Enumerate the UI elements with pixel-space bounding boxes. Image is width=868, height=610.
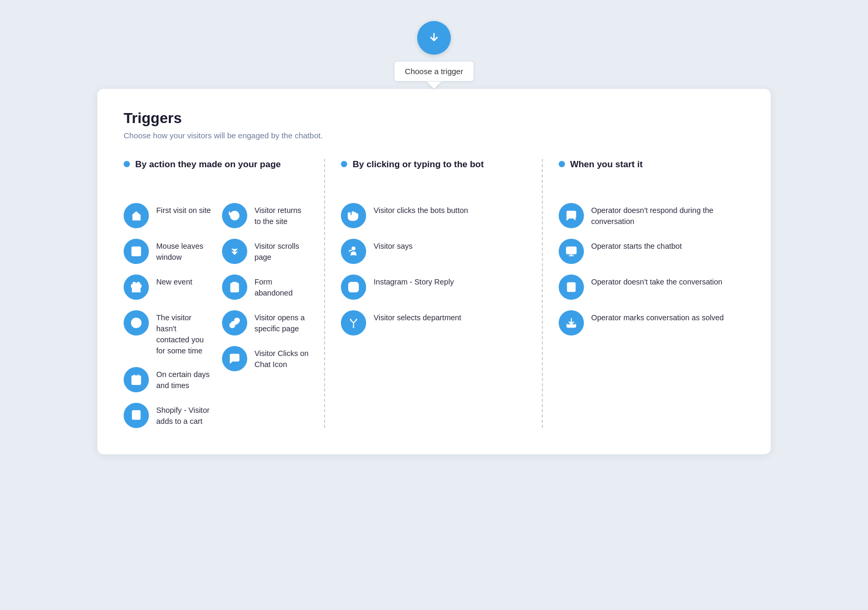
home-icon [130,210,142,221]
trigger-label-form-abandoned: Form abandoned [255,274,310,299]
triggers-panel: Triggers Choose how your visitors will b… [97,89,771,454]
svg-point-8 [134,418,136,419]
trigger-operator-marks-solved[interactable]: Operator marks conversation as solved [559,310,744,336]
svg-point-20 [353,327,355,328]
trigger-no-contact[interactable]: The visitor hasn't contacted you for som… [124,310,211,357]
choose-trigger-button[interactable]: Choose a trigger [394,61,475,82]
trigger-icon-calendar [124,367,149,392]
trigger-label-visitor-selects-dept: Visitor selects department [374,310,461,323]
trigger-icon-clock [124,310,149,336]
col-click: By clicking or typing to the bot Visitor… [325,159,542,428]
trigger-visitor-says[interactable]: Visitor says [341,239,527,264]
svg-rect-4 [132,376,141,385]
trigger-label-mouse-leaves: Mouse leaves window [156,239,211,263]
trigger-certain-days[interactable]: On certain days and times [124,367,211,392]
trigger-clicks-bots-button[interactable]: Visitor clicks the bots button [341,203,527,228]
svg-point-13 [352,247,356,250]
trigger-icon-home [124,203,149,228]
trigger-icon-instagram [341,274,366,300]
trigger-label-operator-no-take: Operator doesn't take the conversation [591,274,722,288]
col-click-header: By clicking or typing to the bot [341,159,527,188]
trigger-icon-fork [341,310,366,336]
clock-icon [130,317,142,329]
chat-icon [229,353,240,364]
trigger-label-clicks-chat: Visitor Clicks on Chat Icon [255,346,310,370]
col-action-header: By action they made on your page [124,159,309,188]
trigger-visitor-returns[interactable]: Visitor returns to the site [222,203,310,228]
col-start-title: When you start it [570,159,643,171]
trigger-icon-return [222,203,247,228]
trigger-label-opens-page: Visitor opens a specific page [255,310,310,334]
trigger-icon-mouse-leaves [124,239,149,264]
arrow-down-icon [428,32,440,44]
trigger-form-abandoned[interactable]: Form abandoned [222,274,310,300]
trigger-icon-download-check [559,310,584,336]
trigger-mouse-leaves[interactable]: Mouse leaves window [124,239,211,264]
columns-container: By action they made on your page First v… [124,159,744,428]
trigger-label-first-visit: First visit on site [156,203,211,216]
trigger-label-operator-marks-solved: Operator marks conversation as solved [591,310,724,323]
expand-icon [130,246,142,257]
panel-title: Triggers [124,110,744,127]
trigger-label-shopify: Shopify - Visitor adds to a cart [156,403,211,427]
trigger-visitor-selects-dept[interactable]: Visitor selects department [341,310,527,336]
col-action: By action they made on your page First v… [124,159,325,428]
panel-subtitle: Choose how your visitors will be engaged… [124,131,744,140]
trigger-icon-link [222,310,247,336]
exclamation-icon [566,281,577,293]
trigger-icon-shopify [124,403,149,428]
col-start-dot [559,161,565,167]
chat-off-icon [566,210,577,221]
shopify-icon [130,410,142,421]
trigger-icon-new-event [124,274,149,300]
col-click-dot [341,161,347,167]
svg-point-16 [356,284,357,285]
scroll-icon [229,246,240,257]
trigger-instagram-story[interactable]: Instagram - Story Reply [341,274,527,300]
trigger-label-visitor-scrolls: Visitor scrolls page [255,239,310,263]
gift-icon [130,281,142,293]
trigger-icon-chat-off [559,203,584,228]
sub-col-left: First visit on site Mouse leaves window [124,203,211,428]
monitor-icon [566,246,577,257]
svg-point-19 [356,319,357,320]
trigger-clicks-chat[interactable]: Visitor Clicks on Chat Icon [222,346,310,371]
circle-arrow-button[interactable] [417,21,451,55]
col-click-title: By clicking or typing to the bot [352,159,483,171]
calendar-icon [130,374,142,385]
trigger-icon-chat [222,346,247,371]
col-action-inner: First visit on site Mouse leaves window [124,203,309,428]
trigger-shopify[interactable]: Shopify - Visitor adds to a cart [124,403,211,428]
trigger-visitor-scrolls[interactable]: Visitor scrolls page [222,239,310,264]
trigger-label-visitor-says: Visitor says [374,239,412,252]
trigger-icon-clipboard [222,274,247,300]
trigger-label-visitor-returns: Visitor returns to the site [255,203,310,227]
svg-rect-22 [566,247,576,254]
col-action-title: By action they made on your page [135,159,281,171]
trigger-icon-touch [341,203,366,228]
trigger-icon-monitor [559,239,584,264]
trigger-operator-starts[interactable]: Operator starts the chatbot [559,239,744,264]
fork-icon [348,317,359,329]
return-icon [229,210,240,221]
trigger-operator-no-respond[interactable]: Operator doesn't respond during the conv… [559,203,744,228]
trigger-label-operator-no-respond: Operator doesn't respond during the conv… [591,203,744,227]
touch-icon [348,210,359,221]
instagram-icon [348,281,359,293]
clipboard-icon [229,281,240,293]
trigger-opens-page[interactable]: Visitor opens a specific page [222,310,310,336]
svg-rect-10 [233,282,236,284]
top-button-area: Choose a trigger [394,21,475,82]
trigger-label-instagram-story: Instagram - Story Reply [374,274,453,288]
trigger-label-operator-starts: Operator starts the chatbot [591,239,682,252]
trigger-label-no-contact: The visitor hasn't contacted you for som… [156,310,211,357]
col-start: When you start it Operator doesn't respo… [543,159,744,428]
trigger-icon-exclamation [559,274,584,300]
trigger-new-event[interactable]: New event [124,274,211,300]
svg-point-9 [137,418,138,419]
trigger-items-col3: Operator doesn't respond during the conv… [559,203,744,336]
sub-col-right: Visitor returns to the site Visitor scro… [211,203,310,428]
trigger-operator-no-take[interactable]: Operator doesn't take the conversation [559,274,744,300]
trigger-first-visit[interactable]: First visit on site [124,203,211,228]
trigger-label-clicks-bots-button: Visitor clicks the bots button [374,203,468,216]
